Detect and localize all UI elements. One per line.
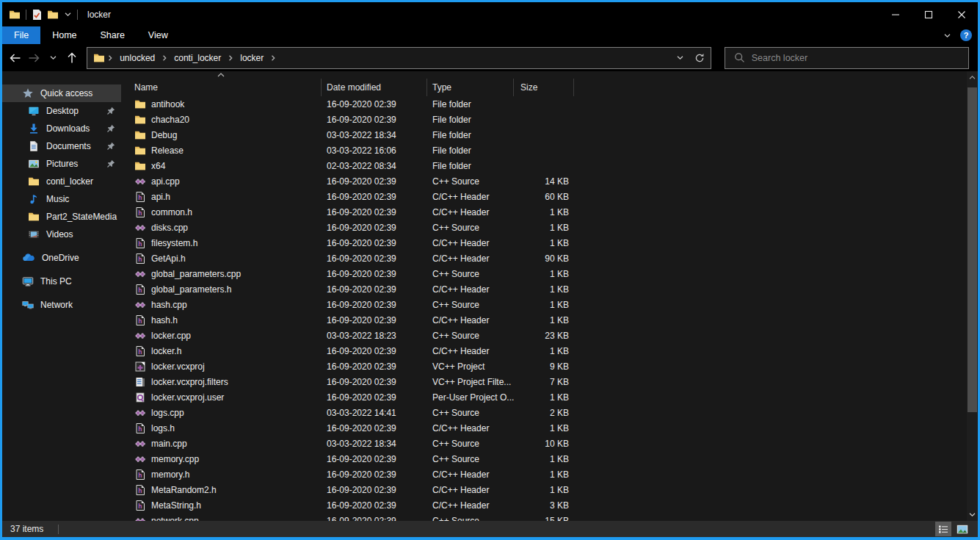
file-row[interactable]: disks.cpp16-09-2020 02:39C++ Source1 KB [121,220,967,235]
file-row[interactable]: hglobal_parameters.h16-09-2020 02:39C/C+… [121,281,967,297]
details-view-button[interactable] [935,522,951,536]
sidebar-item-network[interactable]: Network [2,296,121,314]
file-row[interactable]: api.cpp16-09-2020 02:39C++ Source14 KB [121,173,967,189]
file-row[interactable]: main.cpp03-03-2022 18:34C++ Source10 KB [121,436,967,451]
sidebar-item-label: Network [40,300,73,310]
file-date: 16-09-2020 02:39 [322,346,427,356]
file-row[interactable]: locker.cpp03-03-2022 18:23C++ Source23 K… [121,328,967,343]
ribbon-expand-chevron-icon[interactable] [943,32,951,40]
column-header-size[interactable]: Size [514,79,574,96]
sidebar-item-this-pc[interactable]: This PC [2,273,121,290]
sidebar-item-videos[interactable]: Videos [2,226,121,243]
qat-properties-icon[interactable] [32,9,42,21]
file-name: logs.cpp [151,408,184,418]
address-bar[interactable]: unlockedconti_lockerlocker [87,47,711,69]
file-type: C/C++ Header [427,192,514,202]
vertical-scrollbar[interactable] [967,71,978,521]
file-name: global_parameters.cpp [151,269,241,279]
file-row[interactable]: hlocker.h16-09-2020 02:39C/C++ Header1 K… [121,343,967,359]
file-row[interactable]: Release03-03-2022 16:06File folder [121,143,967,158]
forward-arrow-icon [28,52,40,64]
file-name-cell: memory.cpp [121,453,322,465]
file-row[interactable]: hash.cpp16-09-2020 02:39C++ Source1 KB [121,297,967,312]
scroll-up-button[interactable] [967,71,978,84]
file-date: 16-09-2020 02:39 [322,300,427,310]
refresh-button[interactable] [690,48,709,68]
help-icon[interactable]: ? [960,29,972,41]
qat-dropdown-icon[interactable] [64,10,72,18]
tab-file[interactable]: File [2,26,40,44]
scroll-down-icon [968,511,976,519]
vcxproj-icon [134,361,146,372]
sidebar-item-label: Downloads [46,123,90,134]
tab-home[interactable]: Home [40,26,88,44]
file-date: 16-09-2020 02:39 [322,516,427,522]
file-row[interactable]: Debug03-03-2022 18:34File folder [121,127,967,143]
scrollbar-thumb[interactable] [968,87,977,412]
cpp-icon [134,438,146,450]
file-row[interactable]: hfilesystem.h16-09-2020 02:39C/C++ Heade… [121,235,967,251]
file-row[interactable]: antihook16-09-2020 02:39File folder [121,96,967,112]
sidebar-item-quick-access[interactable]: Quick access [2,84,121,102]
forward-button[interactable] [26,48,43,68]
search-input[interactable] [752,53,962,63]
file-name-cell: hfilesystem.h [121,237,322,249]
sidebar-item-pictures[interactable]: Pictures [2,155,121,173]
tab-share[interactable]: Share [89,26,137,44]
file-row[interactable]: hhash.h16-09-2020 02:39C/C++ Header1 KB [121,312,967,328]
breadcrumb-item[interactable]: conti_locker [170,51,225,65]
file-type: C/C++ Header [427,315,514,325]
column-header-name[interactable]: Name [121,79,322,96]
file-row[interactable]: hcommon.h16-09-2020 02:39C/C++ Header1 K… [121,204,967,220]
file-row[interactable]: network.cpp16-09-2020 02:39C++ Source15 … [121,513,967,521]
thumbnails-view-button[interactable] [954,522,970,536]
file-size: 1 KB [514,454,574,464]
sidebar-item-part2-statemedia[interactable]: Part2_StateMedia [2,208,121,226]
file-name: api.h [151,192,170,202]
window-title: locker [87,10,111,20]
file-row[interactable]: hGetApi.h16-09-2020 02:39C/C++ Header90 … [121,251,967,266]
address-dropdown-button[interactable] [671,48,690,68]
file-row[interactable]: chacha2016-09-2020 02:39File folder [121,112,967,127]
file-row[interactable]: hMetaString.h16-09-2020 02:39C/C++ Heade… [121,497,967,513]
recent-locations-button[interactable] [45,48,62,68]
file-date: 16-09-2020 02:39 [322,377,427,387]
maximize-button[interactable] [912,2,945,26]
column-header-date-modified[interactable]: Date modified [322,79,427,96]
sidebar-item-conti-locker[interactable]: conti_locker [2,173,121,190]
pin-icon [106,159,115,168]
file-row[interactable]: hlogs.h16-09-2020 02:39C/C++ Header1 KB [121,420,967,436]
file-name-cell: main.cpp [121,438,322,450]
sidebar-item-music[interactable]: Music [2,190,121,208]
file-row[interactable]: locker.vcxproj.filters16-09-2020 02:39VC… [121,374,967,389]
file-row[interactable]: hapi.h16-09-2020 02:39C/C++ Header60 KB [121,189,967,204]
file-name-cell: Debug [121,129,322,141]
sidebar-item-documents[interactable]: Documents [2,137,121,155]
file-date: 16-09-2020 02:39 [322,238,427,248]
file-row[interactable]: logs.cpp03-03-2022 14:41C++ Source2 KB [121,405,967,420]
up-button[interactable] [63,48,81,68]
sidebar-item-desktop[interactable]: Desktop [2,102,121,120]
column-header-type[interactable]: Type [427,79,514,96]
close-button[interactable] [945,2,978,26]
sidebar-item-onedrive[interactable]: OneDrive [2,249,121,267]
sidebar-item-downloads[interactable]: Downloads [2,120,121,137]
breadcrumb-item[interactable]: locker [236,51,268,65]
breadcrumb-item[interactable]: unlocked [115,51,159,65]
file-row[interactable]: hMetaRandom2.h16-09-2020 02:39C/C++ Head… [121,482,967,497]
qat-newfolder-icon[interactable] [47,9,59,21]
file-row[interactable]: x6402-03-2022 08:34File folder [121,158,967,173]
file-row[interactable]: locker.vcxproj.user16-09-2020 02:39Per-U… [121,389,967,405]
scroll-down-button[interactable] [967,508,978,521]
file-type: C++ Source [427,439,514,449]
file-row[interactable]: locker.vcxproj16-09-2020 02:39VC++ Proje… [121,359,967,374]
file-row[interactable]: memory.cpp16-09-2020 02:39C++ Source1 KB [121,451,967,467]
file-row[interactable]: hmemory.h16-09-2020 02:39C/C++ Header1 K… [121,467,967,482]
minimize-button[interactable] [879,2,912,26]
search-box[interactable] [725,47,969,69]
file-row[interactable]: global_parameters.cpp16-09-2020 02:39C++… [121,266,967,281]
tab-view[interactable]: View [137,26,180,44]
back-button[interactable] [7,48,24,68]
sidebar-item-label: Part2_StateMedia [46,212,117,222]
file-size: 1 KB [514,284,574,295]
